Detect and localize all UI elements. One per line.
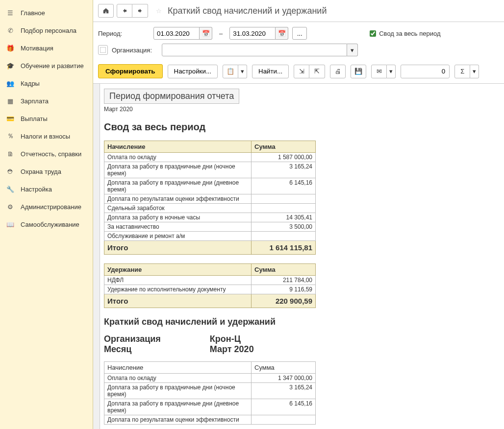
chevron-down-icon: ▾ [473,68,476,75]
table-row: Доплата за работу в праздничные дни (дне… [104,178,316,194]
cell-name: Доплата по результатам оценки эффективно… [104,415,252,425]
collapse-button[interactable]: ⇱ [309,65,325,78]
table-row: НДФЛ211 784,00 [104,276,316,285]
sidebar-item-taxes[interactable]: ％Налоги и взносы [0,127,93,145]
cell-sum [252,415,316,425]
expand-button[interactable]: ⇲ [294,65,309,78]
wrench-icon: 🔧 [6,185,15,193]
accruals-table: НачислениеСумма Оплата по окладу1 587 00… [104,141,316,255]
col-sum: Сумма [252,362,316,374]
chevron-down-icon: ▾ [241,68,244,75]
cells-button[interactable]: 📋 [223,65,238,78]
accruals-total: 1 614 115,81 [252,241,316,255]
cell-sum: 9 116,59 [252,285,316,294]
cell-name: Обслуживание и ремонт а/м [104,232,252,241]
toolbar: Сформировать Настройки... 📋 ▾ Найти... ⇲… [93,62,504,84]
sidebar-item-settings[interactable]: 🔧Настройка [0,180,93,198]
cell-sum [252,194,316,204]
section-heading: Период формирования отчета [104,89,239,104]
org-label: Организация: [112,47,152,54]
table-row: Доплата по результатам оценки эффективно… [104,194,316,204]
col-sum: Сумма [252,141,316,153]
date-from-picker[interactable]: 📅 [200,27,212,40]
org-enable-checkbox[interactable] [98,45,108,55]
cell-name: Удержание по исполнительному документу [104,285,252,294]
full-period-check[interactable]: Свод за весь период [370,30,440,37]
withholds-total: 220 900,59 [252,294,316,308]
table-row: Доплата по результатам оценки эффективно… [104,415,316,425]
card-icon: 💳 [6,114,15,123]
sigma-dd[interactable]: ▾ [470,65,479,78]
helmet-icon: ⛑ [6,167,15,176]
sidebar-item-admin[interactable]: ⚙Администрирование [0,198,93,215]
forward-button[interactable] [132,4,148,18]
sidebar-item-main[interactable]: ☰Главное [0,4,93,22]
cell-sum [252,204,316,213]
org-val: Крон-Ц [210,334,254,344]
cell-sum: 1 587 000,00 [252,153,316,162]
find-button[interactable]: Найти... [252,65,289,78]
sidebar-item-recruit[interactable]: ✆Подбор персонала [0,22,93,39]
expand-icon: ⇲ [299,68,304,75]
sidebar-item-motivation[interactable]: 🎁Мотивация [0,39,93,57]
date-to-input[interactable] [229,27,276,40]
table-row: Оплата по окладу1 347 000,00 [104,374,316,383]
num-field[interactable] [401,65,450,78]
table-row: Доплата за работу в праздничные дни (ноч… [104,162,316,178]
table-row: Доплата за работу в праздничные дни (дне… [104,399,316,415]
home-button[interactable] [98,4,114,18]
sidebar-item-safety[interactable]: ⛑Охрана труда [0,163,93,180]
table-row: За наставничество3 500,00 [104,222,316,232]
mail-dd[interactable]: ▾ [387,65,396,78]
sidebar-item-hr[interactable]: 👥Кадры [0,74,93,92]
date-to-picker[interactable]: 📅 [276,27,288,40]
period-text: Март 2020 [104,106,497,113]
menu-icon: ☰ [6,8,15,17]
cell-name: Доплата за работу в праздничные дни (ноч… [104,162,252,178]
cell-sum: 6 145,16 [252,399,316,415]
table-row: Удержание по исполнительному документу9 … [104,285,316,294]
report-gutter: − [93,84,100,429]
form-button[interactable]: Сформировать [98,64,163,78]
table-row: Сдельный заработок [104,204,316,213]
cells-dd[interactable]: ▾ [238,65,247,78]
cell-sum: 211 784,00 [252,276,316,285]
full-period-checkbox[interactable] [370,30,376,37]
calendar-icon: 📅 [278,30,286,37]
cell-name: Доплата за работу в праздничные дни (ноч… [104,383,252,399]
period-dots-button[interactable]: ... [292,27,307,40]
cell-name: За наставничество [104,222,252,232]
col-accrual: Начисление [104,141,252,153]
col-accrual: Начисление [104,362,252,374]
cell-name: Доплата за работу в праздничные дни (дне… [104,178,252,194]
report-area: − Период формирования отчета Март 2020 С… [93,84,504,429]
back-button[interactable] [117,4,132,18]
sigma-icon: Σ [460,68,464,75]
percent-icon: ％ [6,132,15,141]
cells-icon: 📋 [227,68,234,75]
sidebar-item-learning[interactable]: 🎓Обучение и развитие [0,57,93,74]
chevron-down-icon: ▾ [389,68,393,75]
settings-button[interactable]: Настройки... [168,65,218,78]
star-icon[interactable]: ☆ [156,7,162,15]
col-withhold: Удержание [104,264,252,276]
sidebar-item-payments[interactable]: 💳Выплаты [0,110,93,127]
col-sum: Сумма [252,264,316,276]
table-row: Доплата за работу в ночные часы14 305,41 [104,213,316,222]
date-from-input[interactable] [153,27,200,40]
sigma-button[interactable]: Σ [454,65,470,78]
main: ☆ Краткий свод начислений и удержаний Пе… [93,0,504,429]
arrow-left-icon [122,8,127,14]
total-label: Итого [104,294,252,308]
org-input[interactable] [162,44,347,56]
org-dropdown[interactable]: ▾ [347,44,358,56]
print-button[interactable]: 🖨 [330,65,346,78]
save-button[interactable]: 💾 [351,65,366,78]
sidebar-item-reports[interactable]: 🗎Отчетность, справки [0,145,93,163]
cell-name: Оплата по окладу [104,153,252,162]
titlebar: ☆ Краткий свод начислений и удержаний [93,0,504,22]
sidebar-item-self[interactable]: 📖Самообслуживание [0,215,93,233]
chevron-down-icon: ▾ [351,47,354,54]
sidebar-item-salary[interactable]: ▦Зарплата [0,92,93,110]
mail-button[interactable]: ✉ [371,65,387,78]
